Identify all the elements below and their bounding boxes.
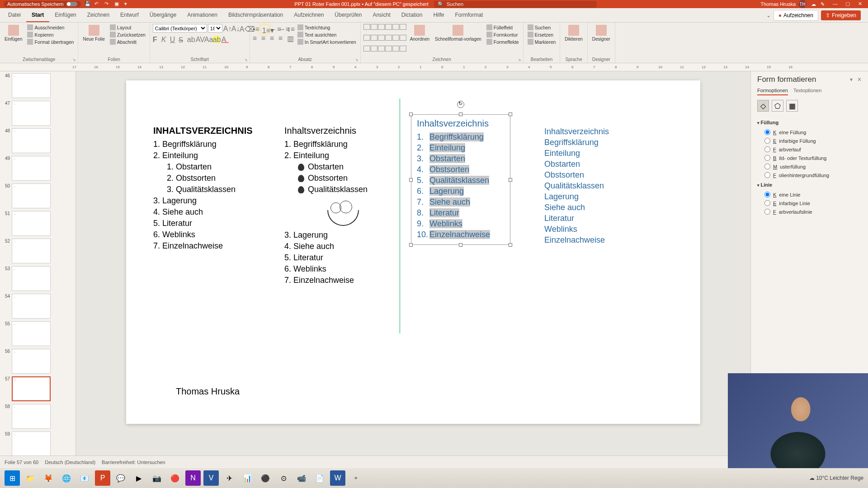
record-button[interactable]: ●Aufzeichnen [774, 10, 818, 21]
powerpoint-icon[interactable]: P [95, 470, 110, 486]
align-center-icon[interactable]: ≡ [261, 34, 269, 42]
font-name-select[interactable]: Calibri (Textkörper) [153, 24, 207, 33]
thumbnail-48[interactable]: ··· [12, 128, 51, 153]
arrange-button[interactable]: Anordnen [408, 24, 431, 56]
resize-handle[interactable] [409, 113, 413, 116]
quickstyle-button[interactable]: Schnellformat-vorlagen [433, 24, 483, 56]
line-spacing-icon[interactable]: ↕≡ [287, 25, 294, 33]
justify-icon[interactable]: ≡ [278, 34, 286, 42]
thumbnail-57[interactable]: ··· [12, 376, 51, 401]
slide[interactable]: INHALTSVERZEICHNIS BegriffsklärungEintei… [126, 80, 700, 424]
toc-box-2[interactable]: Inhaltsverzeichnis BegriffsklärungEintei… [284, 126, 402, 287]
tab-überprüfen[interactable]: Überprüfen [329, 9, 367, 22]
draw-icon[interactable]: ✎ [821, 1, 825, 7]
shape-outline-button[interactable]: Formkontur [485, 31, 520, 38]
paste-button[interactable]: Einfügen [3, 24, 24, 56]
replace-button[interactable]: Ersetzen [526, 31, 557, 38]
line-option[interactable]: Einfarbige Linie [757, 199, 862, 207]
resize-handle[interactable] [509, 113, 512, 116]
shrink-font-icon[interactable]: A↓ [231, 25, 239, 32]
pane-options-icon[interactable]: ▾ [850, 76, 853, 83]
language-status[interactable]: Deutsch (Deutschland) [45, 460, 95, 465]
bullets-icon[interactable]: •≡ [253, 25, 260, 33]
save-icon[interactable]: 💾 [85, 1, 91, 7]
thumbnail-51[interactable]: ··· [12, 211, 51, 236]
slide-canvas[interactable]: INHALTSVERZEICHNIS BegriffsklärungEintei… [68, 71, 750, 455]
tab-dictation[interactable]: Dictation [396, 9, 428, 22]
fill-option[interactable]: Musterfüllung [757, 162, 862, 171]
autosave-toggle[interactable]: Automatisches Speichern [4, 1, 81, 7]
thumbnail-46[interactable]: ··· [12, 73, 51, 98]
app-icon[interactable]: 📄 [312, 470, 327, 486]
close-icon[interactable]: ✕ [858, 1, 864, 7]
fill-option[interactable]: Farbverlauf [757, 145, 862, 154]
weather-widget[interactable]: ☁ 10°C Leichter Rege [809, 475, 863, 481]
indent-dec-icon[interactable]: ←≡ [270, 25, 277, 33]
fill-option[interactable]: Bild- oder Texturfüllung [757, 154, 862, 162]
chrome-icon[interactable]: 🌐 [59, 470, 74, 486]
tab-animationen[interactable]: Animationen [182, 9, 223, 22]
start-icon[interactable]: ⊞ [5, 470, 20, 486]
bold-icon[interactable]: F [153, 36, 160, 43]
thumbnail-58[interactable]: ··· [12, 404, 51, 429]
grow-font-icon[interactable]: A↑ [223, 25, 231, 32]
telegram-icon[interactable]: ✈ [222, 470, 237, 486]
firefox-icon[interactable]: 🦊 [41, 470, 56, 486]
section-line[interactable]: Linie [757, 179, 862, 190]
section-fill[interactable]: Füllung [757, 117, 862, 128]
launcher-icon[interactable]: ↘ [518, 57, 521, 62]
fill-option[interactable]: Keine Füllung [757, 128, 862, 136]
word-icon[interactable]: W [330, 470, 345, 486]
sync-icon[interactable]: ☁ [811, 1, 816, 7]
fill-line-icon[interactable]: ◇ [757, 100, 769, 112]
shadow-icon[interactable]: ab [187, 36, 194, 43]
launcher-icon[interactable]: ↘ [355, 57, 359, 62]
thumbnail-54[interactable]: ··· [12, 294, 51, 319]
app-icon[interactable]: ⊙ [276, 470, 291, 486]
tab-shape-options[interactable]: Formoptionen [757, 88, 788, 95]
launcher-icon[interactable]: ↘ [72, 57, 76, 62]
accessibility-status[interactable]: Barrierefreiheit: Untersuchen [102, 460, 165, 465]
line-option[interactable]: Keine Linie [757, 190, 862, 199]
align-text-button[interactable]: Text ausrichten [296, 31, 358, 38]
app-icon[interactable]: 📊 [240, 470, 255, 486]
align-left-icon[interactable]: ≡ [253, 34, 260, 42]
shape-gallery[interactable] [363, 24, 406, 56]
layout-button[interactable]: Layout [108, 24, 147, 31]
shape-effects-button[interactable]: Formeffekte [485, 38, 520, 45]
app-icon[interactable]: 📷 [149, 470, 165, 486]
tab-übergänge[interactable]: Übergänge [144, 9, 182, 22]
thumbnail-50[interactable]: ··· [12, 183, 51, 208]
undo-icon[interactable]: ↶ [94, 1, 101, 7]
thumbnail-52[interactable]: ··· [12, 239, 51, 263]
launcher-icon[interactable]: ↘ [244, 57, 248, 62]
zoom-icon[interactable]: 📹 [294, 470, 309, 486]
tab-formformat[interactable]: Formformat [449, 9, 488, 22]
thumbnail-47[interactable]: ··· [12, 101, 51, 126]
font-color-icon[interactable]: A [222, 36, 229, 43]
strike-icon[interactable]: S̶ [179, 36, 186, 43]
italic-icon[interactable]: K [161, 36, 169, 43]
smartart-button[interactable]: In SmartArt konvertieren [296, 38, 358, 45]
toc-box-3-selected[interactable]: Inhaltsverzeichnis 1.Begriffsklärung2.Ei… [411, 114, 510, 245]
tab-text-options[interactable]: Textoptionen [793, 88, 821, 95]
resize-handle[interactable] [409, 243, 413, 247]
outlook-icon[interactable]: 📧 [77, 470, 92, 486]
size-icon[interactable]: ▦ [786, 100, 798, 112]
thumbnail-55[interactable]: ··· [12, 321, 51, 346]
more-icon[interactable]: ▾ [124, 1, 131, 7]
columns-icon[interactable]: ▥ [287, 34, 294, 42]
tab-aufzeichnen[interactable]: Aufzeichnen [288, 9, 329, 22]
tab-zeichnen[interactable]: Zeichnen [82, 9, 115, 22]
designer-button[interactable]: Designer [590, 24, 612, 56]
tab-datei[interactable]: Datei [3, 9, 26, 22]
app-icon[interactable]: 💬 [113, 470, 128, 486]
numbering-icon[interactable]: 1≡▾ [261, 25, 269, 33]
collapse-ribbon-icon[interactable]: ⌄ [766, 12, 771, 19]
effects-icon[interactable]: ⬠ [772, 100, 783, 112]
new-slide-button[interactable]: Neue Folie [81, 24, 106, 56]
user-badge[interactable]: Thomas Hruska TH [760, 0, 807, 8]
tab-bildschirmpräsentation[interactable]: Bildschirmpräsentation [223, 9, 288, 22]
dictate-button[interactable]: Diktieren [563, 24, 584, 56]
thumbnail-56[interactable]: ··· [12, 349, 51, 374]
